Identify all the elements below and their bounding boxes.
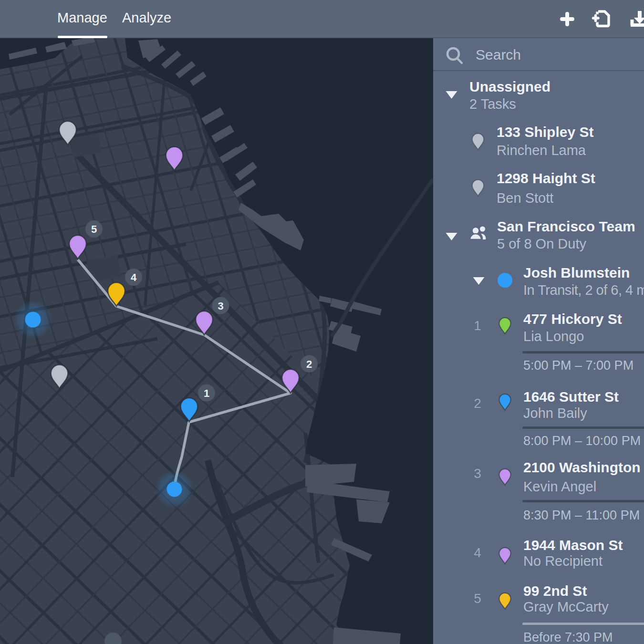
- svg-text:4: 4: [131, 271, 137, 283]
- svg-text:1: 1: [204, 387, 209, 399]
- svg-text:2: 2: [306, 358, 312, 370]
- svg-text:5: 5: [91, 223, 97, 235]
- svg-text:3: 3: [218, 300, 223, 312]
